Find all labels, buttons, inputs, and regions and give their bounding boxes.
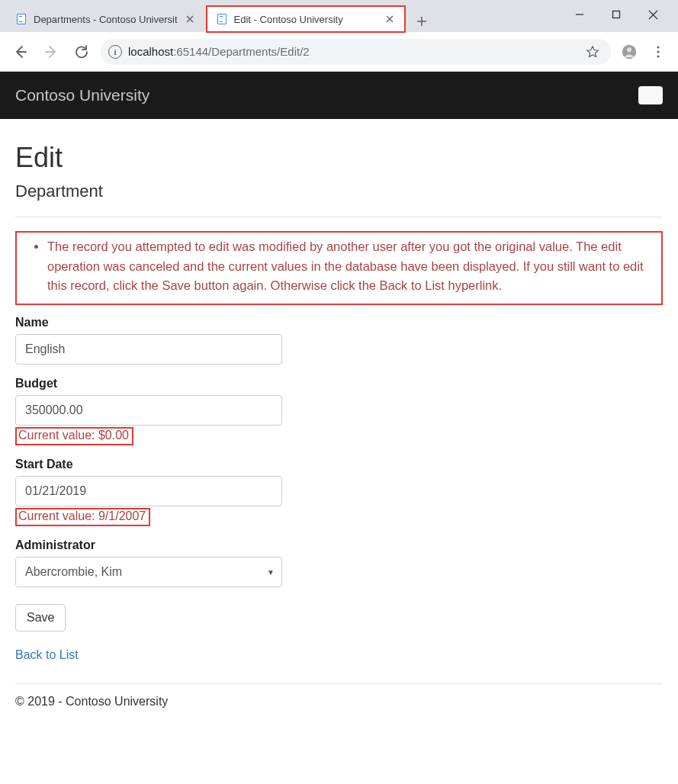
minimize-button[interactable] xyxy=(568,3,591,26)
start-date-input[interactable] xyxy=(15,476,282,506)
divider xyxy=(15,217,663,217)
form-group-budget: Budget Current value: $0.00 xyxy=(15,377,663,445)
tab-title: Edit - Contoso University xyxy=(234,14,378,25)
page-subtitle: Department xyxy=(15,182,663,201)
site-navbar: Contoso University xyxy=(0,72,678,119)
kebab-menu-icon[interactable] xyxy=(647,41,669,63)
url-path: :65144/Departments/Edit/2 xyxy=(173,45,309,58)
label-budget: Budget xyxy=(15,377,663,390)
tab-strip: Departments - Contoso Universit Edit - C… xyxy=(0,0,678,32)
site-info-icon[interactable]: i xyxy=(108,45,122,59)
new-tab-button[interactable] xyxy=(411,11,432,32)
page-title: Edit xyxy=(15,142,663,174)
svg-point-3 xyxy=(657,46,659,48)
favicon-icon xyxy=(15,13,27,25)
tab-departments[interactable]: Departments - Contoso Universit xyxy=(6,6,205,32)
page-content: Edit Department The record you attempted… xyxy=(0,119,678,708)
form-group-administrator: Administrator Abercrombie, Kim ▼ xyxy=(15,538,663,587)
svg-point-4 xyxy=(657,50,659,53)
favicon-icon xyxy=(216,13,228,25)
address-bar[interactable]: i localhost:65144/Departments/Edit/2 xyxy=(101,39,611,65)
label-start-date: Start Date xyxy=(15,458,663,471)
save-button[interactable]: Save xyxy=(15,604,66,631)
label-administrator: Administrator xyxy=(15,538,663,552)
browser-chrome: Departments - Contoso Universit Edit - C… xyxy=(0,0,678,72)
back-button[interactable] xyxy=(9,40,32,63)
close-icon[interactable] xyxy=(384,13,396,25)
label-name: Name xyxy=(15,316,663,329)
form-group-name: Name xyxy=(15,316,663,365)
validation-summary-message: The record you attempted to edit was mod… xyxy=(47,237,655,296)
maximize-button[interactable] xyxy=(605,3,628,26)
reload-button[interactable] xyxy=(70,40,93,63)
brand-link[interactable]: Contoso University xyxy=(15,86,149,104)
tab-edit[interactable]: Edit - Contoso University xyxy=(207,6,405,32)
budget-input[interactable] xyxy=(15,395,282,426)
url-text: localhost:65144/Departments/Edit/2 xyxy=(128,45,310,58)
svg-rect-0 xyxy=(613,11,620,18)
tab-title: Departments - Contoso Universit xyxy=(34,14,178,25)
name-input[interactable] xyxy=(15,334,282,365)
window-close-button[interactable] xyxy=(641,3,664,26)
forward-button xyxy=(40,40,63,63)
address-row: i localhost:65144/Departments/Edit/2 xyxy=(0,32,678,72)
close-icon[interactable] xyxy=(184,13,196,25)
budget-validation-message: Current value: $0.00 xyxy=(15,427,133,445)
administrator-select[interactable]: Abercrombie, Kim xyxy=(15,557,282,587)
window-controls xyxy=(568,0,673,29)
bookmark-star-icon[interactable] xyxy=(582,41,603,63)
back-to-list-link[interactable]: Back to List xyxy=(15,648,79,662)
validation-summary: The record you attempted to edit was mod… xyxy=(15,231,663,305)
footer-text: © 2019 - Contoso University xyxy=(15,695,663,708)
user-avatar-icon[interactable] xyxy=(619,41,640,63)
footer-divider xyxy=(15,683,663,684)
svg-point-5 xyxy=(657,55,659,57)
start-date-validation-message: Current value: 9/1/2007 xyxy=(15,508,150,526)
form-group-start-date: Start Date Current value: 9/1/2007 xyxy=(15,458,663,526)
nav-toggle-button[interactable] xyxy=(638,86,663,104)
url-host: localhost xyxy=(128,45,173,58)
svg-point-2 xyxy=(627,47,631,52)
